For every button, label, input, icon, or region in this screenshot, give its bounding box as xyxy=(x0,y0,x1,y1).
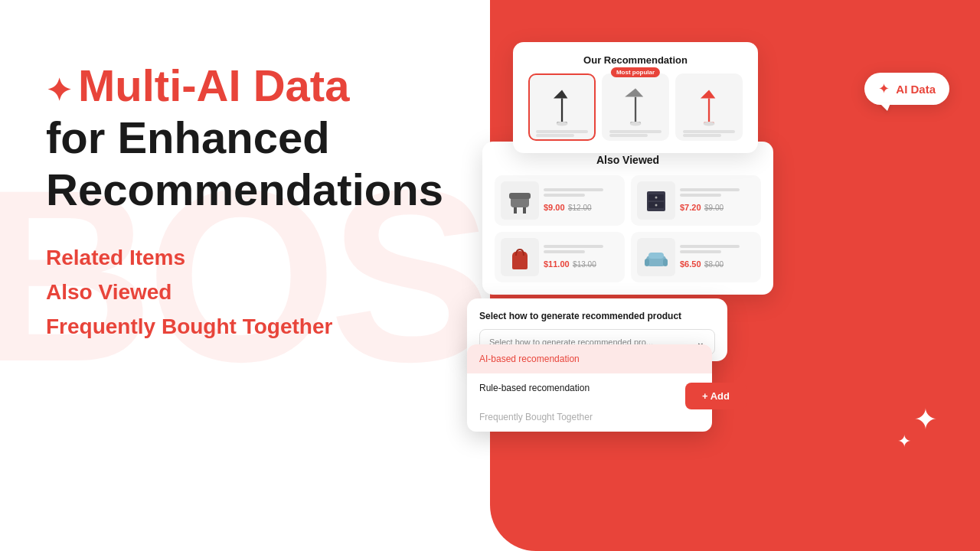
svg-rect-16 xyxy=(647,191,665,211)
bag-icon xyxy=(505,242,535,272)
svg-point-7 xyxy=(629,122,641,126)
rec-item2-line1 xyxy=(609,130,662,133)
svg-marker-6 xyxy=(625,89,643,97)
add-button[interactable]: + Add xyxy=(685,383,746,409)
ai-data-bubble: ✦ AI Data xyxy=(864,73,949,105)
dresser-lines xyxy=(680,188,755,197)
lamp1-icon xyxy=(541,84,583,130)
svg-marker-10 xyxy=(700,90,714,98)
rec-item-2[interactable]: Most popular xyxy=(602,73,669,141)
dropdown-options-panel: AI-based recomendation Rule-based recome… xyxy=(467,344,712,432)
dropdown-option-ai[interactable]: AI-based recomendation xyxy=(467,344,712,373)
title-black-2: Recommendations xyxy=(46,165,475,214)
dresser-price-sale: $7.20 xyxy=(680,203,701,212)
rec-item-line1 xyxy=(536,130,588,133)
feature-also-viewed: Also Viewed xyxy=(46,276,475,310)
product-grid: $9.00 $12.00 xyxy=(495,175,761,282)
rec-item3-line2 xyxy=(683,134,721,137)
deco-star-large: ✦ xyxy=(913,403,938,436)
svg-point-20 xyxy=(655,204,658,207)
features-list: Related Items Also Viewed Frequently Bou… xyxy=(46,241,475,344)
product-item-bag[interactable]: $11.00 $13.00 xyxy=(495,232,625,282)
svg-point-3 xyxy=(556,122,567,126)
dresser-price-orig: $9.00 xyxy=(704,204,724,212)
bag-price-orig: $13.00 xyxy=(573,260,596,269)
dresser-icon xyxy=(641,185,671,216)
sofa-price-orig: $8.00 xyxy=(704,260,724,269)
chair-thumb xyxy=(501,181,539,220)
lamp3-icon xyxy=(688,84,730,130)
also-viewed-card: Also Viewed $9.00 $12 xyxy=(482,142,773,295)
product-item-sofa[interactable]: $6.50 $8.00 xyxy=(631,232,761,282)
title-red: ✦Multi-AI Data xyxy=(46,61,475,110)
right-content: Our Recommendation Most popular xyxy=(444,0,980,551)
chair-lines xyxy=(544,188,619,197)
bubble-tail xyxy=(880,103,890,111)
svg-point-11 xyxy=(703,122,714,126)
svg-rect-15 xyxy=(509,193,531,199)
lamp2-icon xyxy=(615,84,657,130)
sofa-lines xyxy=(680,245,755,253)
title-black-1: for Enhanced xyxy=(46,113,475,162)
rec-item3-line1 xyxy=(683,130,735,133)
svg-rect-24 xyxy=(648,253,664,259)
feature-related-items: Related Items xyxy=(46,241,475,276)
hero-star-icon: ✦ xyxy=(46,73,72,107)
hero-content: ✦Multi-AI Data for Enhanced Recommendati… xyxy=(46,61,475,344)
sofa-info: $6.50 $8.00 xyxy=(680,245,755,270)
rec-item2-line2 xyxy=(609,134,648,137)
product-item-dresser[interactable]: $7.20 $9.00 xyxy=(631,175,761,226)
ai-bubble-text: AI Data xyxy=(896,83,936,96)
also-viewed-title: Also Viewed xyxy=(495,154,761,166)
product-item-chair[interactable]: $9.00 $12.00 xyxy=(495,175,625,226)
svg-marker-2 xyxy=(553,90,567,98)
dropdown-label: Select how to generate recommended produ… xyxy=(479,311,715,321)
chair-info: $9.00 $12.00 xyxy=(544,188,619,214)
bag-info: $11.00 $13.00 xyxy=(544,245,619,270)
bag-price-sale: $11.00 xyxy=(544,259,570,269)
svg-rect-14 xyxy=(523,207,526,214)
dresser-info: $7.20 $9.00 xyxy=(680,188,755,214)
bag-thumb xyxy=(501,238,539,276)
dropdown-option-rule[interactable]: Rule-based recomendation xyxy=(467,373,712,403)
rec-card-title: Our Recommendation xyxy=(525,54,746,66)
svg-point-19 xyxy=(655,197,658,199)
rec-items-row: Most popular xyxy=(525,73,746,141)
sofa-price-sale: $6.50 xyxy=(680,259,701,269)
svg-rect-23 xyxy=(663,259,668,266)
svg-rect-22 xyxy=(645,259,649,266)
chair-price-sale: $9.00 xyxy=(544,203,565,212)
sofa-icon xyxy=(641,242,671,272)
chair-price-orig: $12.00 xyxy=(568,204,592,212)
sofa-thumb xyxy=(637,238,675,276)
rec-item-line2 xyxy=(536,134,574,137)
bag-lines xyxy=(544,245,619,253)
dresser-thumb xyxy=(637,181,675,220)
chair-icon xyxy=(505,185,535,216)
dropdown-option-fbt[interactable]: Frequently Bought Together xyxy=(467,403,712,432)
ai-bubble-star-icon: ✦ xyxy=(878,80,890,97)
most-popular-badge: Most popular xyxy=(611,67,660,77)
rec-item-1[interactable] xyxy=(528,73,596,141)
svg-rect-13 xyxy=(514,207,517,214)
feature-frequently-bought: Frequently Bought Together xyxy=(46,310,475,344)
rec-item-3[interactable] xyxy=(675,73,743,141)
recommendation-card: Our Recommendation Most popular xyxy=(513,42,758,153)
deco-star-small: ✦ xyxy=(897,432,911,452)
